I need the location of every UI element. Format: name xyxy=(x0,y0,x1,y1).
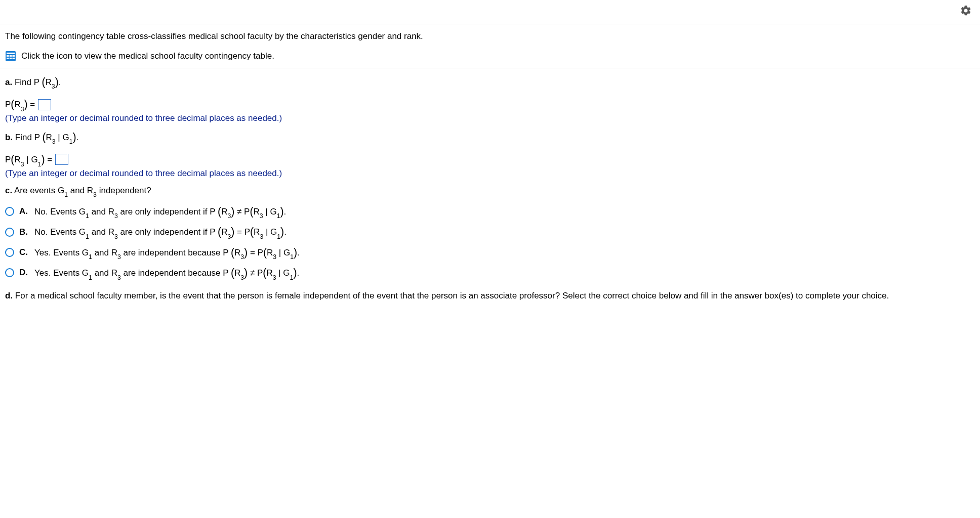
part-b-answer-prefix: P(R3 | G1) = xyxy=(5,153,52,166)
svg-rect-3 xyxy=(10,55,12,57)
paren-open: ( xyxy=(42,76,45,88)
part-b: b. Find P (R3 | G1). xyxy=(5,131,975,144)
radio-b[interactable] xyxy=(5,228,14,237)
table-link-row[interactable]: Click the icon to view the medical schoo… xyxy=(5,51,975,62)
part-b-input[interactable] xyxy=(55,154,68,165)
part-b-hint: (Type an integer or decimal rounded to t… xyxy=(5,168,975,179)
option-d[interactable]: D. Yes. Events G1 and R3 are independent… xyxy=(5,265,975,280)
part-a-answer-prefix: P(R3) = xyxy=(5,98,35,111)
option-c-text: Yes. Events G1 and R3 are independent be… xyxy=(34,246,300,259)
part-a-hint: (Type an integer or decimal rounded to t… xyxy=(5,113,975,123)
part-d-label: d. xyxy=(5,291,13,300)
part-b-text: Find P xyxy=(15,133,40,142)
part-d: d. For a medical school faculty member, … xyxy=(5,291,975,301)
gear-icon[interactable] xyxy=(960,5,972,19)
part-d-text: For a medical school faculty member, is … xyxy=(15,291,889,300)
radio-c[interactable] xyxy=(5,248,14,257)
radio-a[interactable] xyxy=(5,207,14,216)
content: a. Find P (R3). P(R3) = (Type an integer… xyxy=(0,68,980,315)
option-b[interactable]: B. No. Events G1 and R3 are only indepen… xyxy=(5,224,975,239)
top-bar xyxy=(0,0,980,24)
svg-rect-5 xyxy=(7,58,9,59)
part-c-label: c. xyxy=(5,186,12,195)
table-icon[interactable] xyxy=(5,51,16,62)
option-d-letter: D. xyxy=(19,268,29,278)
intro-section: The following contingency table cross-cl… xyxy=(0,24,980,68)
intro-text: The following contingency table cross-cl… xyxy=(5,31,975,41)
part-a-text: Find P xyxy=(15,77,39,87)
part-c-text1: Are events G xyxy=(14,186,64,195)
option-c[interactable]: C. Yes. Events G1 and R3 are independent… xyxy=(5,245,975,260)
svg-rect-6 xyxy=(10,58,12,59)
r3-sub: 3 xyxy=(52,83,55,90)
options-c: A. No. Events G1 and R3 are only indepen… xyxy=(5,204,975,281)
svg-rect-4 xyxy=(13,55,15,57)
radio-d[interactable] xyxy=(5,268,14,277)
paren-close: ) xyxy=(55,76,59,88)
part-a-answer: P(R3) = xyxy=(5,98,975,111)
svg-rect-1 xyxy=(7,53,15,54)
svg-rect-7 xyxy=(13,58,15,59)
svg-rect-2 xyxy=(7,55,9,57)
part-b-label: b. xyxy=(5,133,13,142)
table-link-text: Click the icon to view the medical schoo… xyxy=(21,51,274,61)
option-a-letter: A. xyxy=(19,206,29,217)
option-b-letter: B. xyxy=(19,227,29,237)
part-b-answer: P(R3 | G1) = xyxy=(5,153,975,166)
option-c-letter: C. xyxy=(19,247,29,257)
part-a-input[interactable] xyxy=(38,99,51,110)
option-d-text: Yes. Events G1 and R3 are independent be… xyxy=(34,266,299,279)
part-a-label: a. xyxy=(5,77,12,87)
option-a[interactable]: A. No. Events G1 and R3 are only indepen… xyxy=(5,204,975,219)
part-a: a. Find P (R3). xyxy=(5,75,975,89)
option-b-text: No. Events G1 and R3 are only independen… xyxy=(34,225,287,238)
part-c: c. Are events G1 and R3 independent? xyxy=(5,186,975,197)
option-a-text: No. Events G1 and R3 are only independen… xyxy=(34,205,286,218)
